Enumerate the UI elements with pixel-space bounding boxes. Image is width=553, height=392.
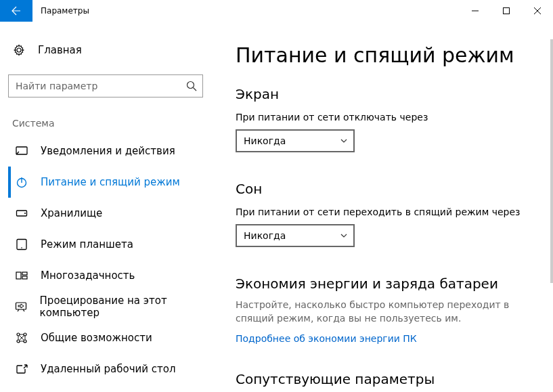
sidebar-item-label: Питание и спящий режим	[41, 176, 180, 188]
maximize-button[interactable]	[491, 0, 522, 22]
titlebar: Параметры	[0, 0, 553, 22]
tablet-icon	[15, 238, 28, 251]
minimize-button[interactable]	[460, 0, 491, 22]
sleep-section: Сон При питании от сети переходить в спя…	[236, 181, 537, 247]
sidebar-item-remote-desktop[interactable]: Удаленный рабочий стол	[8, 353, 217, 385]
search-container	[8, 74, 203, 97]
eco-title: Экономия энергии и заряда батареи	[236, 276, 537, 292]
home-button[interactable]: Главная	[8, 35, 217, 65]
storage-icon	[15, 207, 28, 219]
eco-desc: Настройте, насколько быстро компьютер пе…	[236, 299, 520, 325]
sidebar-item-label: Удаленный рабочий стол	[41, 363, 176, 375]
svg-point-15	[24, 340, 26, 343]
sidebar-item-label: Многозадачность	[41, 269, 135, 282]
close-button[interactable]	[522, 0, 553, 22]
minimize-icon	[472, 7, 479, 14]
sidebar-item-power-sleep[interactable]: Питание и спящий режим	[8, 167, 217, 198]
sidebar-item-storage[interactable]: Хранилище	[8, 198, 217, 229]
sidebar-item-label: Общие возможности	[41, 332, 152, 344]
sidebar-item-shared-experiences[interactable]: Общие возможности	[8, 322, 217, 353]
sidebar: Главная Система Уведомления и действия П…	[0, 22, 217, 392]
window-controls	[460, 0, 553, 22]
chevron-down-icon	[340, 137, 348, 145]
sidebar-item-tablet-mode[interactable]: Режим планшета	[8, 229, 217, 260]
chevron-down-icon	[340, 232, 348, 240]
screen-off-select[interactable]: Никогда	[236, 129, 355, 152]
screen-title: Экран	[236, 86, 537, 102]
sidebar-group-header: Система	[8, 118, 217, 129]
svg-point-13	[24, 333, 26, 336]
back-button[interactable]	[0, 0, 32, 22]
main-panel: Питание и спящий режим Экран При питании…	[217, 22, 553, 392]
sidebar-item-notifications[interactable]: Уведомления и действия	[8, 135, 217, 167]
window-title: Параметры	[32, 0, 460, 22]
svg-rect-0	[504, 8, 510, 14]
svg-rect-10	[22, 276, 27, 279]
sidebar-item-multitasking[interactable]: Многозадачность	[8, 260, 217, 291]
search-icon	[186, 81, 197, 91]
shared-icon	[15, 332, 28, 344]
sidebar-item-label: Уведомления и действия	[41, 145, 175, 157]
svg-rect-9	[22, 272, 27, 275]
maximize-icon	[503, 7, 510, 14]
svg-rect-8	[16, 272, 21, 279]
eco-section: Экономия энергии и заряда батареи Настро…	[236, 276, 537, 344]
power-icon	[15, 176, 28, 188]
svg-point-5	[24, 213, 26, 214]
svg-point-12	[17, 333, 20, 336]
page-title: Питание и спящий режим	[236, 43, 537, 67]
screen-off-label: При питании от сети отключать через	[236, 112, 537, 123]
svg-point-14	[17, 340, 20, 343]
screen-off-value: Никогда	[244, 135, 286, 146]
sleep-after-select[interactable]: Никогда	[236, 224, 355, 247]
search-input[interactable]	[8, 74, 203, 97]
sidebar-item-label: Хранилище	[41, 207, 102, 219]
sleep-title: Сон	[236, 181, 537, 197]
svg-point-1	[187, 82, 194, 89]
multitasking-icon	[15, 269, 28, 282]
sleep-after-value: Никогда	[244, 230, 286, 241]
sidebar-item-label: Проецирование на этот компьютер	[40, 295, 217, 319]
sidebar-item-projecting[interactable]: Проецирование на этот компьютер	[8, 291, 217, 322]
gear-icon	[12, 44, 26, 56]
close-icon	[534, 7, 541, 14]
projecting-icon	[15, 301, 28, 313]
sidebar-item-label: Режим планшета	[41, 238, 133, 251]
scrollbar[interactable]	[550, 39, 553, 283]
notifications-icon	[15, 145, 28, 157]
sleep-after-label: При питании от сети переходить в спящий …	[236, 206, 537, 217]
svg-point-7	[21, 247, 22, 248]
home-label: Главная	[38, 44, 82, 56]
remote-desktop-icon	[15, 363, 28, 375]
screen-section: Экран При питании от сети отключать чере…	[236, 86, 537, 152]
arrow-left-icon	[11, 5, 22, 16]
related-title: Сопутствующие параметры	[236, 371, 537, 387]
eco-more-link[interactable]: Подробнее об экономии энергии ПК	[236, 333, 537, 344]
